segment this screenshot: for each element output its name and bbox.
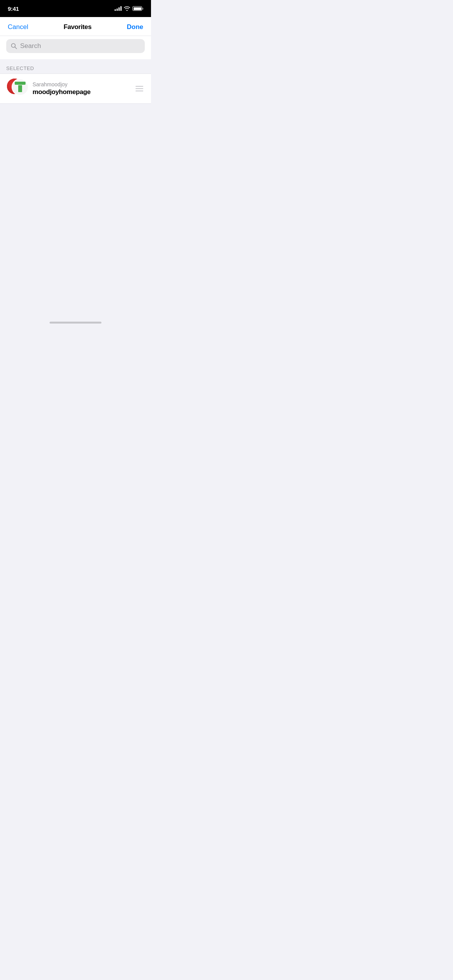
nav-header: Cancel Favorites Done (0, 17, 151, 36)
search-container: Search (0, 36, 151, 59)
selected-section-header: SELECTED (0, 59, 151, 74)
status-time: 9:41 (8, 5, 19, 12)
empty-content-area (0, 104, 151, 323)
status-icons (115, 6, 143, 11)
done-button[interactable]: Done (127, 23, 143, 31)
list-item[interactable]: Sarahmoodjoy moodjoyhomepage (0, 74, 151, 104)
item-handle: moodjoyhomepage (33, 88, 129, 96)
page-title: Favorites (63, 23, 91, 31)
item-text: Sarahmoodjoy moodjoyhomepage (33, 81, 129, 96)
cancel-button[interactable]: Cancel (8, 23, 28, 31)
status-bar: 9:41 (0, 0, 151, 17)
selected-label: SELECTED (6, 65, 34, 71)
wifi-icon (124, 6, 130, 11)
avatar-green (12, 79, 29, 96)
search-bar[interactable]: Search (6, 39, 145, 53)
item-username: Sarahmoodjoy (33, 81, 129, 87)
svg-line-1 (15, 47, 17, 49)
home-indicator (50, 322, 101, 324)
search-input[interactable]: Search (20, 42, 41, 50)
favorites-list: Sarahmoodjoy moodjoyhomepage (0, 74, 151, 104)
search-icon (11, 43, 17, 49)
signal-icon (115, 6, 122, 11)
t-logo-icon (15, 82, 26, 93)
battery-icon (132, 6, 143, 11)
reorder-handle[interactable] (134, 84, 145, 93)
avatar-stack (6, 78, 28, 99)
